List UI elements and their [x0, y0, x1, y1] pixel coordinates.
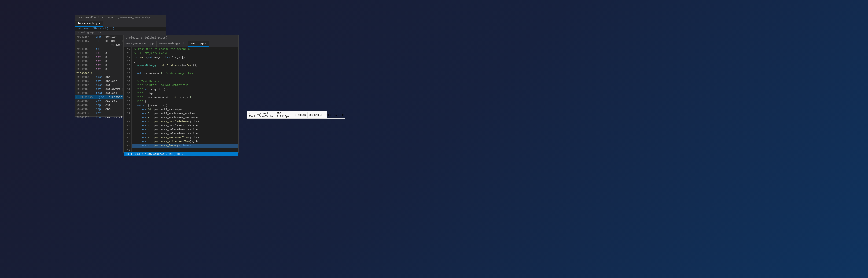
disassembly-tab[interactable]: Disassembly ✕ — [75, 21, 103, 27]
disassembly-tabs: Disassembly ✕ — [75, 21, 166, 27]
table-row: void __cdecl Test::DrawTitle 455 0.0815p… — [247, 112, 345, 119]
tab-emory-debugger-cpp[interactable]: emoryDebugger.cpp — [124, 41, 157, 46]
crash-handler-label: CrashHandler.h — [78, 16, 100, 19]
draw-title-row: void __cdecl Test::DrawTitle 455 0.0815p… — [247, 111, 327, 119]
line-numbers: 222324 252627 282930 313233 343536 37383… — [124, 47, 132, 152]
code-content[interactable]: 222324 252627 282930 313233 343536 37383… — [124, 47, 239, 152]
draw-title-table: void __cdecl Test::DrawTitle 455 0.0815p… — [247, 112, 345, 119]
dmp-filename: project1_20200508_205210.dmp — [105, 16, 150, 19]
code-text-area: // Pass 0~11 to choose the scenario // I… — [132, 47, 239, 152]
editor-tabs: emoryDebugger.cpp MemoryDebugger.h main.… — [124, 41, 239, 47]
disasm-address-header: Address: fibonacci(int) — [75, 27, 166, 31]
viewing-options: Viewing Options — [75, 31, 166, 35]
code-editor-panel: project2 › (Global Scope) emoryDebugger.… — [123, 35, 239, 153]
tab-memory-debugger-h[interactable]: MemoryDebugger.h — [157, 41, 188, 46]
disassembly-titlebar: CrashHandler.h › project1_20200508_20521… — [75, 15, 166, 21]
tab-main-cpp[interactable]: main.cpp ✕ — [188, 41, 209, 46]
editor-title: project2 — [126, 36, 139, 39]
code-editor-titlebar: project2 › (Global Scope) — [124, 35, 239, 41]
status-bar: Ln 1, Col 1 100% Windows (CRLF) UTF-8 — [124, 152, 239, 157]
